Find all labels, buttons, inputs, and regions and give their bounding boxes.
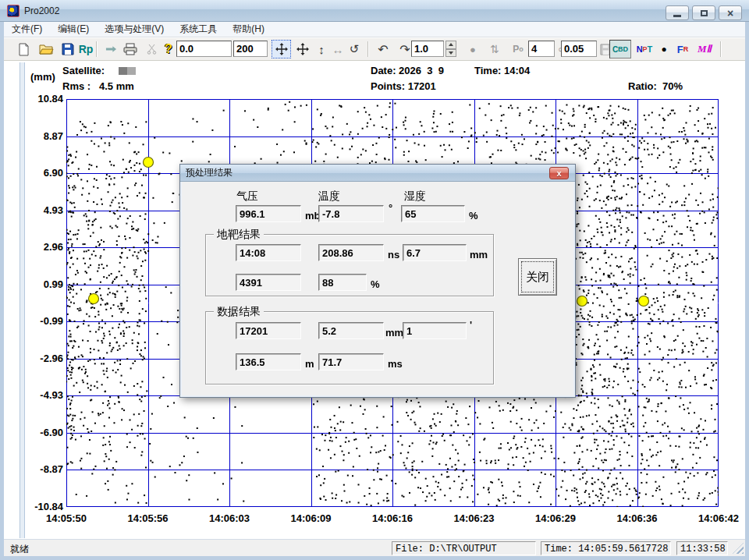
data-rms-unit: mm (385, 327, 403, 338)
pressure-label: 气压 (236, 190, 258, 204)
target-result-group-title: 地靶结果 (214, 228, 264, 242)
menu-options-processing[interactable]: 选项与处理(V) (97, 21, 172, 37)
data-points-field[interactable]: 17201 (236, 322, 301, 339)
data-range-field[interactable]: 136.5 (236, 353, 301, 370)
horizontal-scale-button[interactable]: ↔ (330, 40, 346, 58)
help-button[interactable]: ? (162, 40, 176, 58)
dialog-title-bar[interactable]: 预处理结果 (180, 165, 575, 182)
cbd-d: D (623, 45, 629, 53)
npt-t: T (648, 44, 653, 54)
x-tick-label: 14:06:03 (209, 512, 250, 524)
y-tick-label: 8.87 (24, 130, 63, 142)
rp-button[interactable]: Rp (77, 40, 94, 58)
y-tick-label: -10.84 (24, 501, 63, 512)
data-duration-field[interactable]: 71.7 (318, 353, 384, 370)
data-gate-unit: ' (470, 319, 472, 331)
dialog-close-action-button[interactable]: 关闭 (518, 258, 557, 296)
offset-input[interactable] (176, 41, 232, 57)
print-button[interactable] (121, 40, 140, 58)
target-ratio-unit: % (371, 278, 380, 290)
status-clock-panel: 11:33:58 (676, 541, 728, 555)
data-duration-unit: ms (388, 358, 403, 370)
humidity-label: 湿度 (404, 190, 426, 204)
temperature-label: 温度 (318, 190, 340, 204)
data-result-group-title: 数据结果 (214, 305, 264, 319)
vertical-scale-button[interactable]: ↕ (314, 40, 328, 58)
m2-ii: Ⅱ (707, 43, 712, 55)
target-rms-unit: mm (470, 249, 488, 261)
minimize-button[interactable] (666, 5, 689, 20)
window-border-left (0, 22, 4, 560)
new-button[interactable] (15, 40, 32, 58)
y-tick-label: -0.99 (24, 315, 63, 327)
app-window: Pro2002 × 文件(F) 编辑(E) 选项与处理(V) 系统工具 帮助(H… (0, 0, 749, 560)
menu-edit[interactable]: 编辑(E) (50, 21, 97, 37)
move-button[interactable] (293, 40, 312, 58)
target-rms-field[interactable]: 6.7 (403, 244, 467, 261)
undo-button[interactable]: ↺ (347, 40, 361, 58)
x-tick-label: 14:06:36 (616, 512, 657, 524)
zoom-stepper[interactable] (445, 41, 456, 57)
client-area: Satellite: Rms : 4.5 mm Date: 2026 3 9 T… (4, 61, 745, 539)
toolbar: Rp ? ↕ ↔ ↺ ↶ ↷ ● ⇅ Po (4, 37, 745, 61)
stepper-down-icon[interactable] (445, 49, 456, 58)
menu-bar: 文件(F) 编辑(E) 选项与处理(V) 系统工具 帮助(H) (4, 22, 745, 37)
fr-button[interactable]: FR (673, 40, 692, 58)
rotate-ccw-button[interactable]: ↶ (374, 40, 392, 58)
zoom-input[interactable] (411, 41, 444, 57)
stepper-up-icon[interactable] (445, 41, 456, 49)
temperature-unit: ° (389, 202, 392, 214)
target-time-field[interactable]: 14:08 (236, 244, 301, 261)
restore-icon (701, 10, 708, 16)
x-tick-label: 14:06:09 (290, 512, 331, 524)
move-all-icon (275, 43, 288, 55)
pan-all-button[interactable] (272, 40, 291, 58)
title-bar[interactable]: Pro2002 × (0, 0, 749, 22)
x-tick-label: 14:06:23 (453, 512, 494, 524)
y-tick-label: 0.99 (24, 278, 63, 290)
target-delay-unit: ns (388, 249, 399, 261)
data-rms-field[interactable]: 5.2 (318, 322, 384, 339)
cbd-toggle-button[interactable]: CBD (609, 40, 631, 58)
y-tick-label: 6.90 (24, 167, 63, 179)
target-ratio-field[interactable]: 88 (318, 274, 367, 291)
threshold-input[interactable] (561, 41, 597, 57)
m2-m: M (698, 43, 707, 55)
range-input[interactable] (233, 41, 268, 57)
npt-button[interactable]: NPT (634, 40, 655, 58)
menu-system-tools[interactable]: 系统工具 (172, 21, 225, 37)
dot-button[interactable]: ● (658, 40, 670, 58)
toolbar-separator (720, 41, 721, 57)
humidity-field[interactable]: 65 (401, 205, 465, 222)
dialog-close-button[interactable]: x (549, 167, 569, 179)
swap-vertical-button[interactable]: ⇅ (488, 40, 502, 58)
menu-help[interactable]: 帮助(H) (225, 21, 272, 37)
fr-r: R (683, 45, 689, 53)
fr-f: F (677, 44, 683, 55)
move-icon (296, 43, 309, 55)
pressure-field[interactable]: 996.1 (236, 205, 301, 222)
cut-button[interactable] (144, 40, 159, 58)
forward-button[interactable] (102, 40, 119, 58)
window-title: Pro2002 (24, 5, 59, 16)
temperature-field[interactable]: -7.8 (318, 205, 384, 222)
menu-file[interactable]: 文件(F) (4, 21, 50, 37)
points-input[interactable] (528, 41, 555, 57)
npt-n: N (637, 44, 643, 54)
humidity-unit: % (469, 210, 478, 222)
restore-button[interactable] (692, 5, 715, 20)
target-delay-field[interactable]: 208.86 (318, 244, 384, 261)
app-icon (7, 5, 20, 17)
resize-grip[interactable] (733, 543, 744, 554)
ellipse-button[interactable]: ● (466, 40, 480, 58)
p0-button[interactable]: Po (509, 40, 527, 58)
close-button-label: 关闭 (526, 270, 549, 285)
m2-button[interactable]: MⅡ (694, 40, 715, 58)
save-button[interactable] (59, 40, 76, 58)
y-tick-label: -8.87 (24, 463, 63, 475)
target-count-field[interactable]: 4391 (236, 274, 301, 291)
x-tick-label: 14:05:50 (46, 512, 87, 524)
open-button[interactable] (37, 40, 55, 58)
data-gate-field[interactable]: 1 (403, 322, 467, 339)
close-button[interactable]: × (719, 5, 742, 20)
